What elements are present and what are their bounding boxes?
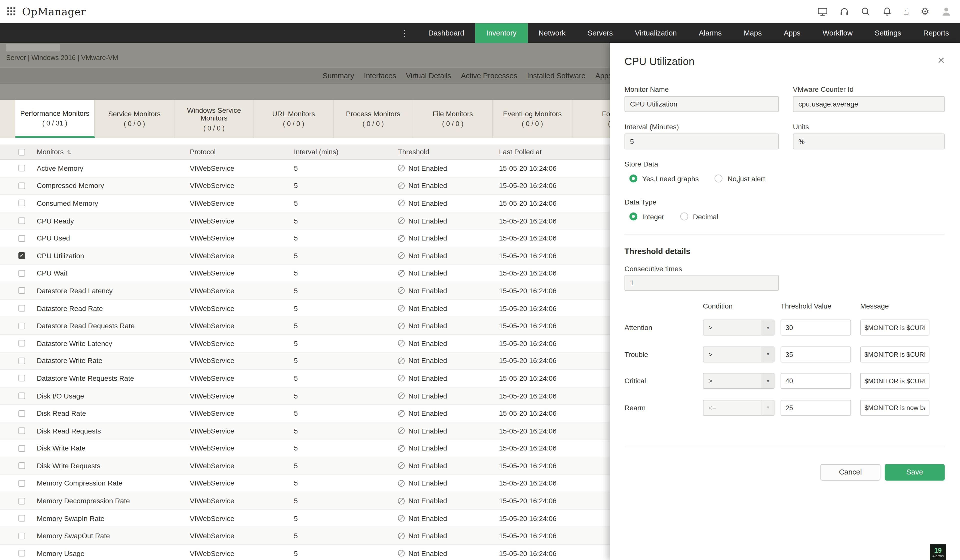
nav-item[interactable]: Servers [576, 23, 624, 43]
row-checkbox[interactable] [18, 253, 25, 259]
row-checkbox[interactable] [18, 218, 25, 224]
threshold-message-input[interactable] [860, 400, 930, 416]
settings-gear-icon[interactable]: ⚙ [920, 6, 929, 16]
radio-icon[interactable] [680, 213, 688, 221]
table-row[interactable]: Memory Decompression Rate VIWebService 5… [0, 493, 610, 510]
units-input[interactable] [793, 133, 944, 149]
chevron-down-icon[interactable]: ▾ [762, 400, 774, 415]
monitor-tab[interactable]: File Monitors ( 0 / 0 ) [413, 100, 493, 138]
row-checkbox[interactable] [18, 357, 25, 364]
nav-item[interactable]: Workflow [811, 23, 864, 43]
row-checkbox[interactable] [18, 165, 25, 172]
threshold-value-input[interactable] [781, 320, 851, 336]
nav-item[interactable]: Dashboard [417, 23, 475, 43]
nav-item[interactable]: Maps [733, 23, 773, 43]
interval-input[interactable] [624, 133, 779, 149]
row-checkbox[interactable] [18, 182, 25, 189]
page-tab[interactable]: Apps [595, 71, 612, 80]
chevron-down-icon[interactable]: ▾ [762, 320, 774, 335]
nav-item[interactable]: Settings [864, 23, 912, 43]
row-checkbox[interactable] [18, 533, 25, 539]
table-row[interactable]: Memory Compression Rate VIWebService 5 N… [0, 475, 610, 493]
kebab-menu-icon[interactable]: ⋮ [400, 23, 417, 43]
page-tab[interactable]: Summary [323, 71, 354, 80]
table-row[interactable]: Datastore Read Latency VIWebService 5 No… [0, 282, 610, 300]
alarms-badge[interactable]: 19 Alarms [930, 544, 946, 560]
table-row[interactable]: Memory SwapOut Rate VIWebService 5 Not E… [0, 528, 610, 545]
table-row[interactable]: CPU Wait VIWebService 5 Not Enabled 15-0… [0, 265, 610, 282]
page-tab[interactable]: Interfaces [364, 71, 396, 80]
chevron-down-icon[interactable]: ▾ [762, 347, 774, 362]
select-all-checkbox[interactable] [18, 149, 25, 155]
table-row[interactable]: CPU Ready VIWebService 5 Not Enabled 15-… [0, 212, 610, 230]
row-checkbox[interactable] [18, 340, 25, 347]
table-row[interactable]: Disk Read Requests VIWebService 5 Not En… [0, 422, 610, 440]
row-checkbox[interactable] [18, 305, 25, 312]
table-row[interactable]: Disk Read Rate VIWebService 5 Not Enable… [0, 405, 610, 422]
chevron-down-icon[interactable]: ▾ [762, 373, 774, 388]
nav-item[interactable]: Apps [773, 23, 811, 43]
notifications-bell-icon[interactable] [882, 6, 892, 16]
radio-icon[interactable] [629, 213, 637, 221]
condition-select[interactable]: > ▾ [703, 320, 774, 336]
table-row[interactable]: Datastore Write Latency VIWebService 5 N… [0, 335, 610, 352]
threshold-message-input[interactable] [860, 346, 930, 362]
table-row[interactable]: Consumed Memory VIWebService 5 Not Enabl… [0, 195, 610, 212]
search-icon[interactable] [861, 6, 870, 16]
app-launcher-icon[interactable] [7, 7, 15, 15]
page-tab[interactable]: Virtual Details [406, 71, 451, 80]
row-checkbox[interactable] [18, 550, 25, 557]
condition-select[interactable]: <= ▾ [703, 400, 774, 416]
row-checkbox[interactable] [18, 410, 25, 417]
row-checkbox[interactable] [18, 445, 25, 452]
row-checkbox[interactable] [18, 515, 25, 522]
nav-item[interactable]: Alarms [688, 23, 733, 43]
table-row[interactable]: Disk Write Requests VIWebService 5 Not E… [0, 458, 610, 475]
nav-item[interactable]: Reports [912, 23, 960, 43]
radio-type-decimal[interactable]: Decimal [680, 213, 718, 221]
save-button[interactable]: Save [885, 464, 945, 480]
monitor-tab[interactable]: EventLog Monitors ( 0 / 0 ) [493, 100, 572, 138]
monitor-name-input[interactable] [624, 96, 779, 112]
table-row[interactable]: Compressed Memory VIWebService 5 Not Ena… [0, 177, 610, 195]
radio-store-graphs[interactable]: Yes,I need graphs [629, 174, 699, 182]
nav-item[interactable]: Virtualization [624, 23, 688, 43]
threshold-message-input[interactable] [860, 320, 930, 336]
monitor-tab[interactable]: URL Monitors ( 0 / 0 ) [254, 100, 333, 138]
row-checkbox[interactable] [18, 323, 25, 329]
row-checkbox[interactable] [18, 480, 25, 487]
row-checkbox[interactable] [18, 200, 25, 207]
screen-share-icon[interactable] [817, 6, 827, 16]
condition-select[interactable]: > ▾ [703, 373, 774, 389]
monitor-tab[interactable]: Performance Monitors ( 0 / 31 ) [15, 100, 95, 138]
user-avatar[interactable] [941, 6, 952, 16]
hand-gesture-icon[interactable]: ☝ [904, 6, 909, 16]
cancel-button[interactable]: Cancel [821, 464, 880, 480]
counter-id-input[interactable] [793, 96, 944, 112]
row-checkbox[interactable] [18, 375, 25, 382]
table-row[interactable]: Datastore Write Requests Rate VIWebServi… [0, 370, 610, 387]
monitor-tab[interactable]: Process Monitors ( 0 / 0 ) [334, 100, 413, 138]
table-row[interactable]: Disk I/O Usage VIWebService 5 Not Enable… [0, 387, 610, 405]
radio-store-alert[interactable]: No,just alert [715, 174, 765, 182]
condition-select[interactable]: > ▾ [703, 346, 774, 362]
threshold-value-input[interactable] [781, 346, 851, 362]
monitor-tab[interactable]: Windows Service Monitors ( 0 / 0 ) [174, 100, 254, 138]
row-checkbox[interactable] [18, 462, 25, 469]
row-checkbox[interactable] [18, 235, 25, 242]
support-headset-icon[interactable] [839, 6, 849, 16]
nav-item[interactable]: Inventory [475, 23, 528, 43]
radio-icon[interactable] [715, 174, 723, 182]
monitor-tab[interactable]: Folder ( 0 [573, 100, 610, 138]
close-icon[interactable]: × [938, 54, 945, 66]
monitor-tab[interactable]: Service Monitors ( 0 / 0 ) [95, 100, 174, 138]
page-tab[interactable]: Installed Software [527, 71, 586, 80]
row-checkbox[interactable] [18, 498, 25, 504]
threshold-message-input[interactable] [860, 373, 930, 389]
table-row[interactable]: Datastore Read Requests Rate VIWebServic… [0, 317, 610, 335]
page-tab[interactable]: Active Processes [461, 71, 517, 80]
row-checkbox[interactable] [18, 270, 25, 277]
table-row[interactable]: Memory SwapIn Rate VIWebService 5 Not En… [0, 510, 610, 528]
threshold-value-input[interactable] [781, 400, 851, 416]
radio-type-integer[interactable]: Integer [629, 213, 664, 221]
